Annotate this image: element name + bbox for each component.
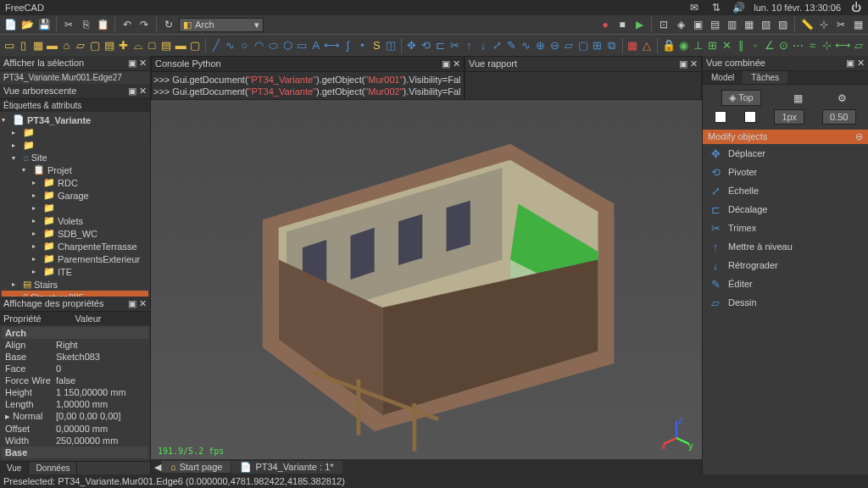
building-icon[interactable]: ⌂ <box>60 38 72 53</box>
dimension-icon[interactable]: ⟷ <box>325 38 340 53</box>
floor-icon[interactable]: ▬ <box>47 38 58 53</box>
python-console[interactable]: Console Python▣ ✕ >>> Gui.getDocument("P… <box>151 56 465 100</box>
view-left-icon[interactable]: ▨ <box>776 18 789 31</box>
report-view[interactable]: Vue rapport▣ ✕ <box>465 56 702 100</box>
snap-near-icon[interactable]: ≈ <box>807 38 819 53</box>
modify-downgrade[interactable]: ↓Rétrograder <box>703 256 868 274</box>
text-icon[interactable]: A <box>310 38 322 53</box>
prop-row[interactable]: BaseSketch083 <box>2 351 148 363</box>
network-icon[interactable]: ⇅ <box>709 1 723 14</box>
site-icon[interactable]: ▱ <box>75 38 86 53</box>
snap-perp-icon[interactable]: ⊥ <box>693 38 704 53</box>
new-icon[interactable]: 📄 <box>3 18 17 31</box>
tree-item[interactable]: ▸📁Volets <box>2 214 148 227</box>
tree-projet[interactable]: ▾📋Projet <box>2 164 148 176</box>
tree-item[interactable]: ▸📁 <box>2 126 148 139</box>
shape2d-icon[interactable]: ▱ <box>563 38 575 53</box>
view-rear-icon[interactable]: ▦ <box>742 18 755 31</box>
3d-viewport[interactable]: 191.9/5.2 fps z y x <box>151 100 702 459</box>
cut-icon[interactable]: ✂ <box>62 18 75 31</box>
save-icon[interactable]: 💾 <box>37 18 51 31</box>
tree-stairs[interactable]: ▸▤Stairs <box>2 278 148 291</box>
modify-trimex[interactable]: ✂Trimex <box>703 219 868 237</box>
view-front-icon[interactable]: ▣ <box>691 18 704 31</box>
style-icon[interactable]: ▦ <box>792 92 805 105</box>
view-iso-icon[interactable]: ◈ <box>674 18 687 31</box>
facebinder-icon[interactable]: ◫ <box>385 38 397 53</box>
combo-tab-tasks[interactable]: Tâches <box>743 71 787 84</box>
redo-icon[interactable]: ↷ <box>137 18 151 31</box>
panel-controls-icon[interactable]: ▣ ✕ <box>128 298 147 309</box>
undo-icon[interactable]: ↶ <box>120 18 134 31</box>
wire-icon[interactable]: ∿ <box>225 38 236 53</box>
prop-row[interactable]: Height1 150,00000 mm <box>2 386 148 398</box>
bspline-icon[interactable]: ∫ <box>342 38 354 53</box>
panel-controls-icon[interactable]: ▣ ✕ <box>128 86 147 97</box>
tab-view[interactable]: Vue <box>0 462 29 474</box>
space-icon[interactable]: □ <box>147 38 159 53</box>
tree-structure-selected[interactable]: ▸▯Structure085 <box>2 291 148 297</box>
circle-icon[interactable]: ○ <box>239 38 251 53</box>
measure-icon[interactable]: 📏 <box>800 18 814 31</box>
edit-icon[interactable]: ✎ <box>506 38 518 53</box>
addpoint-icon[interactable]: ⊕ <box>535 38 547 53</box>
trimex-icon[interactable]: ✂ <box>448 38 460 53</box>
tab-data[interactable]: Données <box>29 462 77 474</box>
view-fit-icon[interactable]: ⊡ <box>657 18 670 31</box>
prop-row[interactable]: Face0 <box>2 363 148 374</box>
sketch-icon[interactable]: ▢ <box>577 38 589 53</box>
line-icon[interactable]: ╱ <box>210 38 222 53</box>
snap-lock-icon[interactable]: 🔒 <box>662 38 676 53</box>
combo-tab-model[interactable]: Model <box>703 71 743 84</box>
rectangle-icon[interactable]: ▭ <box>296 38 308 53</box>
workbench-selector[interactable]: ◧Arch▾ <box>179 18 264 32</box>
texture-icon[interactable]: ▦ <box>851 18 865 31</box>
view-top-icon[interactable]: ▤ <box>708 18 721 31</box>
mesh-icon[interactable]: △ <box>641 38 653 53</box>
snap-center-icon[interactable]: ⊙ <box>778 38 790 53</box>
axis-icon[interactable]: ⊹ <box>817 18 831 31</box>
wire2spline-icon[interactable]: ∿ <box>520 38 532 53</box>
construction-icon[interactable]: ⚙ <box>836 92 849 105</box>
tree-item[interactable]: ▸📁ITE <box>2 265 148 278</box>
tree-site[interactable]: ▾⌂Site <box>2 152 148 164</box>
rotate-icon[interactable]: ⟲ <box>420 38 432 53</box>
roof-icon[interactable]: ⌓ <box>132 38 144 53</box>
copy-icon[interactable]: ⎘ <box>79 18 92 31</box>
prop-row[interactable]: AlignRight <box>2 339 148 351</box>
tree-item[interactable]: ▸📁CharpenteTerrasse <box>2 240 148 252</box>
delpoint-icon[interactable]: ⊖ <box>548 38 560 53</box>
tree-item[interactable]: ▸📁 <box>2 139 148 152</box>
modify-edit[interactable]: ✎Éditer <box>703 274 868 293</box>
clip-icon[interactable]: ✂ <box>834 18 848 31</box>
prop-row[interactable]: ▸ Normal[0,00 0,00 0,00] <box>2 410 148 423</box>
record-icon[interactable]: ● <box>598 18 612 31</box>
spreadsheet-icon[interactable]: ▦ <box>627 38 639 53</box>
array-icon[interactable]: ⊞ <box>592 38 604 53</box>
snap-dim-icon[interactable]: ⟷ <box>835 38 850 53</box>
modify-upgrade[interactable]: ↑Mettre à niveau <box>703 237 868 256</box>
panel-controls-icon[interactable]: ▣ ✕ <box>679 58 698 69</box>
prop-row[interactable]: Length1,00000 mm <box>2 398 148 410</box>
tree-item[interactable]: ▸📁SDB_WC <box>2 227 148 240</box>
snap-angle-icon[interactable]: ∠ <box>764 38 776 53</box>
modify-offset[interactable]: ⊏Décalage <box>703 200 868 219</box>
snap-wp-icon[interactable]: ▱ <box>853 38 865 53</box>
scale-icon[interactable]: ⤢ <box>492 38 504 53</box>
tree-item[interactable]: ▸📁ParementsExterieur <box>2 252 148 265</box>
play-icon[interactable]: ▶ <box>632 18 646 31</box>
refresh-icon[interactable]: ↻ <box>162 18 175 31</box>
snap-grid-icon[interactable]: ⊞ <box>707 38 719 53</box>
volume-icon[interactable]: 🔊 <box>732 1 745 14</box>
model-tree[interactable]: ▾📄PT34_Variante ▸📁 ▸📁 ▾⌂Site ▾📋Projet ▸📁… <box>0 112 150 297</box>
upgrade-icon[interactable]: ↑ <box>463 38 475 53</box>
frame-icon[interactable]: ▢ <box>189 38 201 53</box>
modify-rotate[interactable]: ⟲Pivoter <box>703 163 868 181</box>
tree-item[interactable]: ▸📁 <box>2 202 148 214</box>
modify-scale[interactable]: ⤢Échelle <box>703 181 868 200</box>
arc-icon[interactable]: ◠ <box>253 38 264 53</box>
snap-ext-icon[interactable]: ⋯ <box>793 38 804 53</box>
stop-icon[interactable]: ■ <box>615 18 629 31</box>
face-color-swatch[interactable] <box>715 111 726 123</box>
point-icon[interactable]: • <box>357 38 369 53</box>
